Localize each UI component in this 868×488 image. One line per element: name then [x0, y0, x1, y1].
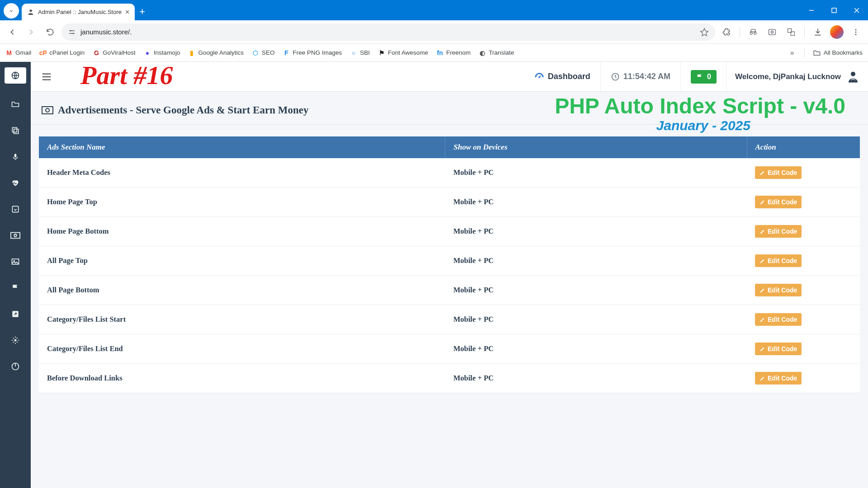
notification-badge-box[interactable]: 0 — [681, 62, 727, 91]
bookmark-star-icon[interactable] — [700, 28, 709, 37]
sidebar-item-money[interactable] — [6, 230, 24, 241]
bookmark-item[interactable]: ⚑Font Awesome — [378, 49, 428, 56]
sidebar — [0, 62, 31, 488]
clock-time: 11:54:42 AM — [623, 72, 670, 81]
bookmark-label: Free PNG Images — [292, 49, 342, 56]
bookmark-item[interactable]: MGmail — [5, 49, 31, 56]
bookmark-item[interactable]: FFree PNG Images — [283, 49, 342, 56]
pencil-icon — [760, 317, 765, 323]
bookmark-favicon-icon: G — [93, 49, 100, 56]
sidebar-item-image[interactable] — [6, 256, 24, 267]
bookmark-label: Translate — [489, 49, 514, 56]
svg-point-14 — [855, 31, 857, 33]
sidebar-item-globe[interactable] — [5, 67, 26, 84]
bookmark-item[interactable]: ▮Google Analytics — [188, 49, 244, 56]
url-text: janumusic.store/. — [80, 28, 695, 36]
tab-close-button[interactable]: × — [125, 8, 129, 16]
bookmark-item[interactable]: cPcPanel Login — [39, 49, 85, 56]
sidebar-item-heart[interactable] — [6, 178, 24, 188]
chevron-down-icon — [8, 8, 14, 14]
sidebar-item-folder[interactable] — [6, 99, 24, 110]
cell-name: Before Download Links — [39, 364, 445, 393]
ads-table-wrap: Ads Section Name Show on Devices Action … — [31, 125, 868, 393]
user-avatar-icon[interactable] — [846, 70, 860, 84]
sidebar-item-power[interactable] — [6, 361, 24, 372]
col-devices: Show on Devices — [445, 136, 747, 158]
new-tab-button[interactable]: + — [139, 6, 145, 18]
profile-avatar[interactable] — [829, 24, 844, 40]
tab-strip: Admin Panel :: JanuMusic.Store × + — [0, 0, 145, 20]
cell-action: Edit Code — [747, 217, 860, 246]
sidebar-item-external[interactable] — [6, 309, 24, 319]
browser-tab[interactable]: Admin Panel :: JanuMusic.Store × — [22, 4, 135, 20]
forward-button[interactable] — [24, 24, 39, 40]
svg-point-7 — [70, 30, 71, 31]
all-bookmarks-button[interactable]: All Bookmarks — [813, 49, 863, 56]
edit-code-button[interactable]: Edit Code — [755, 284, 802, 296]
flag-icon — [696, 73, 703, 80]
welcome-label: Welcome, DjPankaj Lucknow — [735, 72, 841, 81]
translate-icon[interactable] — [783, 24, 799, 40]
table-row: Home Page BottomMobile + PCEdit Code — [39, 217, 860, 246]
bookmark-item[interactable]: ○SBI — [350, 49, 370, 56]
ads-table: Ads Section Name Show on Devices Action … — [39, 136, 860, 393]
edit-code-button[interactable]: Edit Code — [755, 372, 802, 385]
table-row: All Page TopMobile + PCEdit Code — [39, 246, 860, 276]
bookmark-favicon-icon: ● — [144, 49, 151, 56]
reload-button[interactable] — [42, 24, 58, 40]
minimize-button[interactable] — [800, 0, 823, 20]
cell-name: All Page Top — [39, 246, 445, 276]
overlay-version-label: PHP Auto Index Script - v4.0 — [555, 94, 845, 118]
bookmark-label: Font Awesome — [388, 49, 428, 56]
bookmark-label: Instamojo — [154, 49, 180, 56]
svg-rect-19 — [14, 154, 17, 157]
cell-devices: Mobile + PC — [445, 246, 747, 276]
bookmark-item[interactable]: ●Instamojo — [144, 49, 180, 56]
main-content: Part #16 PHP Auto Index Script - v4.0 Ja… — [31, 62, 868, 488]
bookmark-favicon-icon: ◐ — [479, 49, 486, 56]
bookmark-label: Google Analytics — [198, 49, 244, 56]
bookmark-favicon-icon: ⬡ — [252, 49, 259, 56]
pencil-icon — [760, 287, 765, 293]
svg-rect-20 — [12, 206, 18, 212]
downloads-icon[interactable] — [810, 24, 826, 40]
cell-devices: Mobile + PC — [445, 276, 747, 305]
svg-rect-2 — [832, 8, 836, 13]
edit-code-button[interactable]: Edit Code — [755, 313, 802, 326]
close-window-button[interactable] — [845, 0, 868, 20]
bookmark-item[interactable]: fnFreenom — [436, 49, 471, 56]
page-title-text: Advertisements - Serve Google Ads & Star… — [58, 104, 308, 116]
sidebar-item-mic[interactable] — [6, 151, 24, 162]
menu-button[interactable] — [848, 24, 863, 40]
edit-code-button[interactable]: Edit Code — [755, 225, 802, 238]
hamburger-button[interactable] — [31, 73, 62, 81]
tab-search-button[interactable] — [4, 3, 19, 19]
sidebar-item-settings[interactable] — [6, 335, 24, 346]
sidebar-item-copy[interactable] — [6, 125, 24, 136]
edit-code-button[interactable]: Edit Code — [755, 343, 802, 355]
cell-name: Header Meta Codes — [39, 158, 445, 188]
bookmark-item[interactable]: ⬡SEO — [252, 49, 275, 56]
site-info-icon[interactable] — [68, 28, 76, 36]
maximize-button[interactable] — [823, 0, 845, 20]
bookmark-favicon-icon: M — [5, 49, 13, 56]
cell-name: Home Page Top — [39, 188, 445, 217]
sidebar-item-flag[interactable] — [6, 282, 24, 293]
cell-action: Edit Code — [747, 305, 860, 334]
svg-point-8 — [73, 33, 74, 34]
bookmark-favicon-icon: ▮ — [188, 49, 195, 56]
back-button[interactable] — [5, 24, 20, 40]
edit-code-button[interactable]: Edit Code — [755, 166, 802, 179]
address-bar[interactable]: janumusic.store/. — [61, 23, 715, 41]
dashboard-link[interactable]: Dashboard — [524, 62, 601, 91]
extensions-icon[interactable] — [719, 24, 734, 40]
incognito-icon[interactable] — [745, 24, 761, 40]
sidebar-item-archive[interactable] — [6, 204, 24, 215]
edit-code-button[interactable]: Edit Code — [755, 196, 802, 208]
bookmark-item[interactable]: ◐Translate — [479, 49, 514, 56]
bookmark-label: cPanel Login — [49, 49, 85, 56]
bookmarks-overflow-button[interactable]: » — [788, 49, 796, 57]
lens-icon[interactable] — [764, 24, 780, 40]
edit-code-button[interactable]: Edit Code — [755, 254, 802, 267]
bookmark-item[interactable]: GGoViralHost — [93, 49, 136, 56]
